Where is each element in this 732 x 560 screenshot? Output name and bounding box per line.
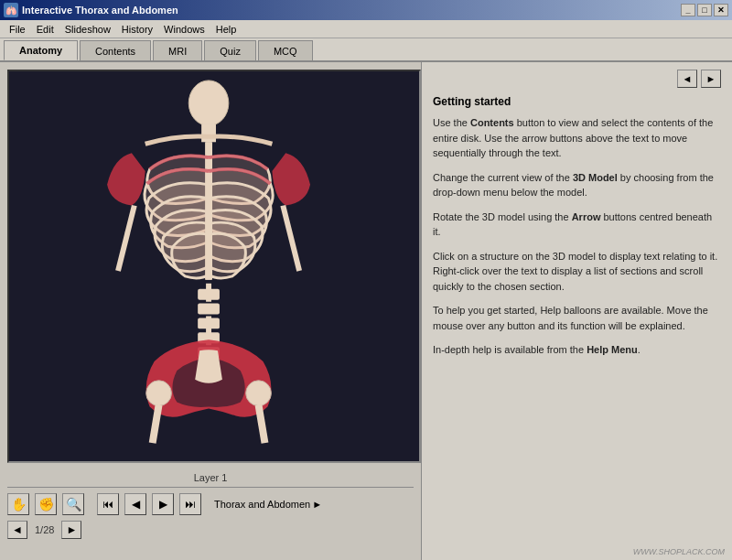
close-button[interactable]: ✕ — [714, 4, 728, 16]
paragraph-1: Use the Contents button to view and sele… — [433, 115, 721, 161]
page-display: 1/28 — [35, 524, 54, 535]
menu-file[interactable]: File — [4, 22, 31, 37]
page-navigation: ◄ 1/28 ► — [0, 519, 421, 541]
zoom-tool-button[interactable]: 🔍 — [62, 493, 84, 515]
tool-controls: ✋ ✊ 🔍 ⏮ ◀ ▶ ⏭ Thorax and Abdomen ► — [0, 490, 421, 519]
prev-button[interactable]: ◀ — [124, 493, 146, 515]
svg-point-9 — [246, 381, 272, 406]
rewind-button[interactable]: ⏮ — [97, 493, 119, 515]
main-content: Layer 1 ✋ ✊ 🔍 ⏮ ◀ ▶ ⏭ Thorax and Abdomen… — [0, 62, 732, 560]
text-prev-button[interactable]: ◄ — [677, 70, 697, 88]
tab-mri[interactable]: MRI — [153, 40, 202, 60]
region-name: Thorax and Abdomen — [214, 499, 310, 510]
page-next-button[interactable]: ► — [61, 521, 81, 539]
svg-rect-4 — [198, 304, 220, 315]
menubar: File Edit Slideshow History Windows Help — [0, 20, 732, 38]
region-arrow-icon[interactable]: ► — [312, 499, 322, 510]
text-navigation: ◄ ► — [433, 70, 721, 88]
text-content: Getting started Use the Contents button … — [433, 95, 721, 358]
paragraph-4: Click on a structure on the 3D model to … — [433, 249, 721, 295]
paragraph-2: Change the current view of the 3D Model … — [433, 170, 721, 200]
hand-tool-button[interactable]: ✋ — [7, 493, 29, 515]
window-title: Interactive Thorax and Abdomen — [22, 5, 178, 16]
model-display[interactable] — [7, 70, 421, 463]
paragraph-3: Rotate the 3D model using the Arrow butt… — [433, 210, 721, 240]
menu-edit[interactable]: Edit — [31, 22, 59, 37]
page-prev-button[interactable]: ◄ — [7, 521, 27, 539]
app-icon: 🫁 — [4, 3, 18, 17]
text-next-button[interactable]: ► — [701, 70, 721, 88]
region-selector: Thorax and Abdomen ► — [214, 499, 322, 510]
menu-help[interactable]: Help — [210, 22, 242, 37]
tab-quiz[interactable]: Quiz — [204, 40, 256, 60]
titlebar: 🫁 Interactive Thorax and Abdomen _ □ ✕ — [0, 0, 732, 20]
tab-contents[interactable]: Contents — [80, 40, 151, 60]
paragraph-5: To help you get started, Help balloons a… — [433, 303, 721, 333]
tab-mcq[interactable]: MCQ — [258, 40, 313, 60]
svg-point-8 — [146, 381, 172, 406]
text-panel: ◄ ► Getting started Use the Contents but… — [421, 62, 732, 560]
menu-windows[interactable]: Windows — [158, 22, 210, 37]
tabbar: Anatomy Contents MRI Quiz MCQ — [0, 38, 732, 62]
fast-forward-button[interactable]: ⏭ — [179, 493, 201, 515]
watermark: WWW.SHOPLACK.COM — [633, 547, 725, 556]
content-heading: Getting started — [433, 95, 721, 108]
menu-history[interactable]: History — [116, 22, 158, 37]
svg-point-1 — [188, 81, 229, 126]
tab-anatomy[interactable]: Anatomy — [4, 40, 78, 60]
svg-rect-3 — [198, 289, 220, 300]
maximize-button[interactable]: □ — [697, 4, 712, 16]
menu-slideshow[interactable]: Slideshow — [59, 22, 116, 37]
titlebar-buttons[interactable]: _ □ ✕ — [681, 4, 728, 16]
move-tool-button[interactable]: ✊ — [35, 493, 57, 515]
svg-rect-5 — [198, 318, 220, 328]
layer-label: Layer 1 — [0, 470, 421, 485]
paragraph-6: In-depth help is available from the Help… — [433, 342, 721, 358]
minimize-button[interactable]: _ — [681, 4, 695, 16]
svg-rect-2 — [201, 124, 216, 142]
titlebar-left: 🫁 Interactive Thorax and Abdomen — [4, 3, 178, 17]
model-panel: Layer 1 ✋ ✊ 🔍 ⏮ ◀ ▶ ⏭ Thorax and Abdomen… — [0, 62, 421, 560]
play-button[interactable]: ▶ — [152, 493, 174, 515]
